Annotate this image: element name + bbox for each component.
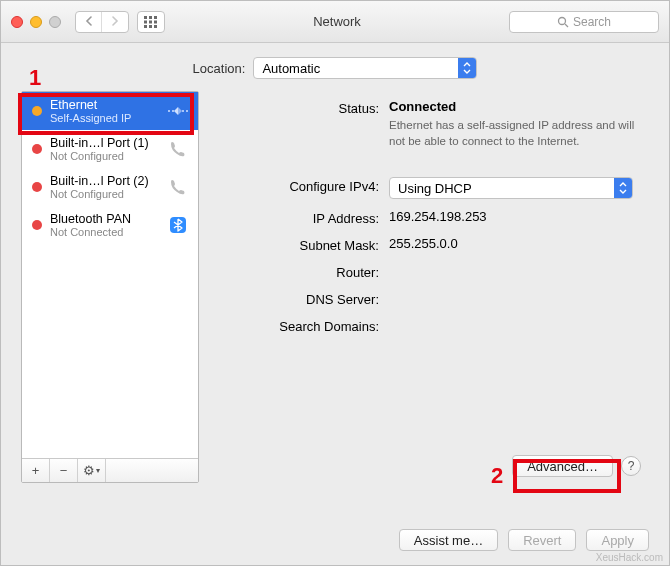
- configure-label: Configure IPv4:: [219, 177, 379, 199]
- ip-value: 169.254.198.253: [389, 209, 641, 226]
- subnet-label: Subnet Mask:: [219, 236, 379, 253]
- status-dot-icon: [32, 144, 42, 154]
- svg-rect-8: [154, 25, 157, 28]
- bottom-button-row: Assist me… Revert Apply: [399, 529, 649, 551]
- network-window: Network Search Location: Automatic: [0, 0, 670, 566]
- minimize-icon[interactable]: [30, 16, 42, 28]
- watermark: XeusHack.com: [596, 552, 663, 563]
- svg-rect-3: [144, 20, 147, 23]
- svg-rect-5: [154, 20, 157, 23]
- back-button[interactable]: [76, 12, 102, 32]
- ethernet-icon: [166, 99, 190, 123]
- forward-button[interactable]: [102, 12, 128, 32]
- traffic-lights: [11, 16, 61, 28]
- interface-name: Bluetooth PAN: [50, 212, 158, 226]
- remove-interface-button[interactable]: −: [50, 459, 78, 482]
- location-row: Location: Automatic: [21, 57, 649, 79]
- svg-line-10: [565, 24, 568, 27]
- titlebar: Network Search: [1, 1, 669, 43]
- status-label: Status:: [219, 99, 379, 149]
- svg-rect-4: [149, 20, 152, 23]
- close-icon[interactable]: [11, 16, 23, 28]
- sidebar-item-modem-2[interactable]: Built-in…l Port (2) Not Configured: [22, 168, 198, 206]
- interface-list: Ethernet Self-Assigned IP Built-in…l Por…: [22, 92, 198, 458]
- search-domains-label: Search Domains:: [219, 317, 379, 334]
- chevron-updown-icon: [458, 58, 476, 78]
- status-dot-icon: [32, 106, 42, 116]
- detail-panel: Status: Connected Ethernet has a self-as…: [211, 91, 649, 483]
- interface-name: Built-in…l Port (2): [50, 174, 158, 188]
- svg-rect-0: [144, 16, 147, 19]
- status-value: Connected: [389, 99, 456, 114]
- annotation-number-2: 2: [491, 463, 503, 489]
- location-label: Location:: [193, 61, 246, 76]
- gear-menu-button[interactable]: ⚙︎▾: [78, 459, 106, 482]
- dns-label: DNS Server:: [219, 290, 379, 307]
- annotation-number-1: 1: [29, 65, 41, 91]
- bluetooth-icon: [166, 213, 190, 237]
- router-label: Router:: [219, 263, 379, 280]
- main-row: Ethernet Self-Assigned IP Built-in…l Por…: [21, 91, 649, 483]
- svg-rect-6: [144, 25, 147, 28]
- configure-value: Using DHCP: [398, 181, 472, 196]
- svg-rect-2: [154, 16, 157, 19]
- svg-rect-1: [149, 16, 152, 19]
- gear-icon: ⚙︎: [83, 463, 95, 478]
- content: Location: Automatic Ethernet Self-Assign…: [1, 43, 669, 483]
- add-interface-button[interactable]: +: [22, 459, 50, 482]
- revert-button[interactable]: Revert: [508, 529, 576, 551]
- assist-button[interactable]: Assist me…: [399, 529, 498, 551]
- show-all-button[interactable]: [137, 11, 165, 33]
- zoom-icon: [49, 16, 61, 28]
- interface-name: Ethernet: [50, 98, 158, 112]
- interface-sidebar: Ethernet Self-Assigned IP Built-in…l Por…: [21, 91, 199, 483]
- sidebar-item-bluetooth[interactable]: Bluetooth PAN Not Connected: [22, 206, 198, 244]
- interface-status: Not Connected: [50, 226, 158, 238]
- router-value: [389, 263, 641, 280]
- apply-button[interactable]: Apply: [586, 529, 649, 551]
- sidebar-item-ethernet[interactable]: Ethernet Self-Assigned IP: [22, 92, 198, 130]
- location-select[interactable]: Automatic: [253, 57, 477, 79]
- location-value: Automatic: [262, 61, 320, 76]
- chevron-updown-icon: [614, 178, 632, 198]
- interface-status: Not Configured: [50, 150, 158, 162]
- help-button[interactable]: ?: [621, 456, 641, 476]
- search-placeholder: Search: [573, 15, 611, 29]
- search-domains-value: [389, 317, 641, 334]
- subnet-value: 255.255.0.0: [389, 236, 641, 253]
- interface-name: Built-in…l Port (1): [50, 136, 158, 150]
- sidebar-footer: + − ⚙︎▾: [22, 458, 198, 482]
- nav-back-forward: [75, 11, 129, 33]
- svg-rect-7: [149, 25, 152, 28]
- sidebar-item-modem-1[interactable]: Built-in…l Port (1) Not Configured: [22, 130, 198, 168]
- phone-icon: [166, 175, 190, 199]
- search-field[interactable]: Search: [509, 11, 659, 33]
- phone-icon: [166, 137, 190, 161]
- status-warning: Ethernet has a self-assigned IP address …: [389, 118, 641, 149]
- interface-status: Self-Assigned IP: [50, 112, 158, 124]
- advanced-button[interactable]: Advanced…: [512, 455, 613, 477]
- dns-value: [389, 290, 641, 307]
- search-icon: [557, 16, 569, 28]
- ip-label: IP Address:: [219, 209, 379, 226]
- status-dot-icon: [32, 182, 42, 192]
- window-title: Network: [173, 14, 501, 29]
- status-dot-icon: [32, 220, 42, 230]
- svg-point-9: [558, 17, 565, 24]
- configure-ipv4-select[interactable]: Using DHCP: [389, 177, 633, 199]
- interface-status: Not Configured: [50, 188, 158, 200]
